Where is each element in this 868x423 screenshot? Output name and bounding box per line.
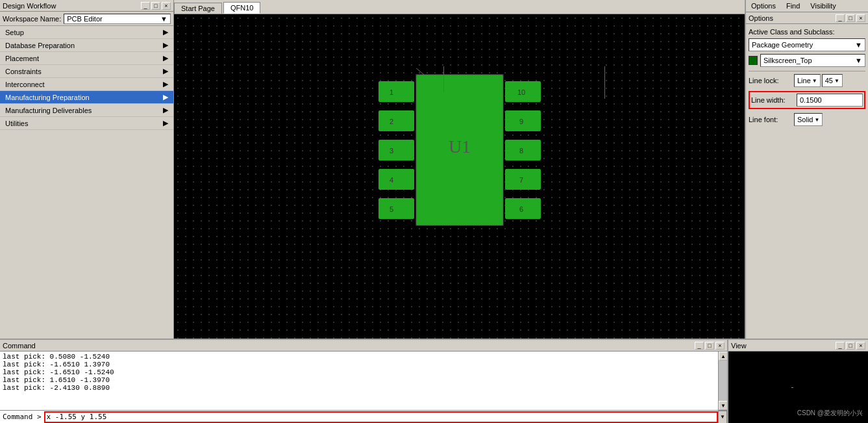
- svg-text:6: 6: [519, 205, 523, 212]
- subclass-row: Silkscreen_Top ▼: [749, 54, 865, 67]
- scrollbar-up-btn[interactable]: ▲: [719, 352, 727, 361]
- line-font-select[interactable]: Solid ▼: [794, 113, 823, 126]
- command-output: last pick: 0.5080 -1.5240last pick: -1.6…: [0, 352, 718, 410]
- command-line: last pick: -1.6510 -1.5240: [3, 368, 715, 376]
- svg-line-11: [416, 68, 424, 74]
- design-workflow-title-bar: Design Workflow _ □ ×: [0, 0, 173, 12]
- close-button[interactable]: ×: [162, 2, 171, 10]
- svg-rect-2: [378, 139, 414, 160]
- nav-item-label: Manufacturing Deliverables: [5, 107, 92, 114]
- tab-start-page[interactable]: Start Page: [174, 3, 222, 14]
- command-line: last pick: -1.6510 1.3970: [3, 361, 715, 368]
- svg-rect-3: [378, 168, 414, 189]
- sidebar-item-placement[interactable]: Placement▶: [0, 52, 173, 65]
- tab-bar: Start Page QFN10: [174, 0, 745, 14]
- line-lock-angle-select[interactable]: 45 ▼: [822, 74, 843, 87]
- view-panel-title: View: [731, 342, 747, 350]
- options-divider-1: [749, 71, 865, 71]
- command-minimize-btn[interactable]: _: [695, 342, 704, 350]
- svg-text:5: 5: [389, 205, 393, 212]
- nav-item-label: Placement: [5, 55, 39, 62]
- command-restore-btn[interactable]: □: [705, 342, 714, 350]
- nav-items-container: Setup▶Database Preparation▶Placement▶Con…: [0, 26, 173, 130]
- options-menu-item[interactable]: Options: [746, 1, 781, 11]
- line-font-label: Line font:: [749, 116, 794, 123]
- sidebar-item-constraints[interactable]: Constraints▶: [0, 65, 173, 78]
- sidebar-item-manufacturing-deliverables[interactable]: Manufacturing Deliverables▶: [0, 104, 173, 117]
- nav-arrow-icon: ▶: [163, 93, 168, 101]
- sidebar-item-interconnect[interactable]: Interconnect▶: [0, 78, 173, 91]
- class-dropdown[interactable]: Package Geometry ▼: [749, 38, 865, 51]
- svg-rect-4: [378, 198, 414, 218]
- options-panel-title: Options _ □ ×: [746, 12, 868, 24]
- command-panel-title: Command: [3, 342, 36, 350]
- view-close-btn[interactable]: ×: [856, 342, 865, 350]
- tab-qfn10[interactable]: QFN10: [223, 2, 260, 14]
- nav-arrow-icon: ▶: [163, 54, 168, 62]
- command-line: last pick: -2.4130 0.8890: [3, 384, 715, 392]
- view-panel-title-bar: View _ □ ×: [728, 340, 868, 352]
- view-restore-btn[interactable]: □: [846, 342, 855, 350]
- view-dot: [791, 387, 793, 388]
- pcb-component-svg: 1 2 3 4 5 10 9 8 7 6 U1: [366, 61, 554, 269]
- line-lock-row: Line lock: Line ▼ 45 ▼: [749, 74, 865, 87]
- minimize-button[interactable]: _: [141, 2, 150, 10]
- color-swatch[interactable]: [749, 56, 758, 65]
- options-minimize-btn[interactable]: _: [836, 14, 845, 22]
- active-class-label: Active Class and Subclass:: [749, 28, 865, 36]
- sidebar-item-manufacturing-preparation[interactable]: Manufacturing Preparation▶: [0, 91, 173, 104]
- svg-rect-0: [378, 81, 414, 101]
- nav-arrow-icon: ▶: [163, 106, 168, 114]
- design-workflow-panel: Design Workflow _ □ × Workspace Name: PC…: [0, 0, 174, 339]
- workspace-row: Workspace Name: PCB Editor ▼: [0, 12, 173, 26]
- line-font-row: Line font: Solid ▼: [749, 113, 865, 126]
- command-input-dropdown[interactable]: ▼: [718, 411, 727, 424]
- command-prompt: Command >: [0, 413, 44, 421]
- workspace-select[interactable]: PCB Editor ▼: [64, 14, 171, 24]
- nav-item-label: Utilities: [5, 120, 28, 127]
- options-restore-btn[interactable]: □: [846, 14, 855, 22]
- command-scrollbar[interactable]: ▲ ▼: [718, 352, 727, 410]
- scrollbar-down-btn[interactable]: ▼: [719, 401, 727, 410]
- svg-text:2: 2: [389, 117, 393, 125]
- command-close-btn[interactable]: ×: [715, 342, 725, 350]
- line-width-label: Line width:: [751, 96, 797, 104]
- nav-arrow-icon: ▶: [163, 80, 168, 88]
- subclass-dropdown[interactable]: Silkscreen_Top ▼: [760, 54, 865, 67]
- bottom-row: Command _ □ × last pick: 0.5080 -1.5240l…: [0, 339, 868, 423]
- sidebar-item-setup[interactable]: Setup▶: [0, 26, 173, 39]
- svg-text:1: 1: [389, 88, 393, 96]
- command-panel-title-bar: Command _ □ ×: [0, 340, 727, 352]
- svg-text:8: 8: [519, 146, 523, 154]
- nav-item-label: Database Preparation: [5, 42, 75, 49]
- maximize-button[interactable]: □: [151, 2, 160, 10]
- line-width-input[interactable]: 0.1500: [797, 94, 863, 107]
- command-input-row: Command > ▼: [0, 410, 727, 423]
- nav-arrow-icon: ▶: [163, 67, 168, 75]
- view-panel-controls: _ □ ×: [836, 342, 865, 350]
- options-panel: Options Find Visibility Options _ □ × Ac…: [745, 0, 868, 339]
- line-lock-type-select[interactable]: Line ▼: [794, 74, 821, 87]
- command-input[interactable]: [44, 411, 718, 423]
- options-section: Active Class and Subclass: Package Geome…: [746, 24, 868, 134]
- options-close-btn[interactable]: ×: [856, 14, 865, 22]
- view-panel: View _ □ ×: [728, 340, 868, 423]
- nav-arrow-icon: ▶: [163, 119, 168, 127]
- subclass-dropdown-arrow: ▼: [855, 57, 862, 64]
- workspace-dropdown-arrow: ▼: [160, 15, 167, 23]
- line-width-row: Line width: 0.1500: [749, 91, 865, 109]
- svg-text:4: 4: [389, 175, 393, 183]
- view-minimize-btn[interactable]: _: [836, 342, 845, 350]
- svg-text:9: 9: [519, 117, 523, 125]
- find-menu-item[interactable]: Find: [781, 1, 805, 11]
- visibility-menu-item[interactable]: Visibility: [805, 1, 841, 11]
- command-line: last pick: 0.5080 -1.5240: [3, 353, 715, 361]
- title-bar-controls: _ □ ×: [141, 2, 171, 10]
- nav-item-label: Interconnect: [5, 81, 45, 88]
- svg-text:U1: U1: [448, 136, 470, 156]
- sidebar-item-utilities[interactable]: Utilities▶: [0, 117, 173, 130]
- command-panel: Command _ □ × last pick: 0.5080 -1.5240l…: [0, 340, 728, 423]
- workspace-label: Workspace Name:: [3, 15, 61, 23]
- svg-text:7: 7: [519, 175, 523, 183]
- sidebar-item-database-preparation[interactable]: Database Preparation▶: [0, 39, 173, 52]
